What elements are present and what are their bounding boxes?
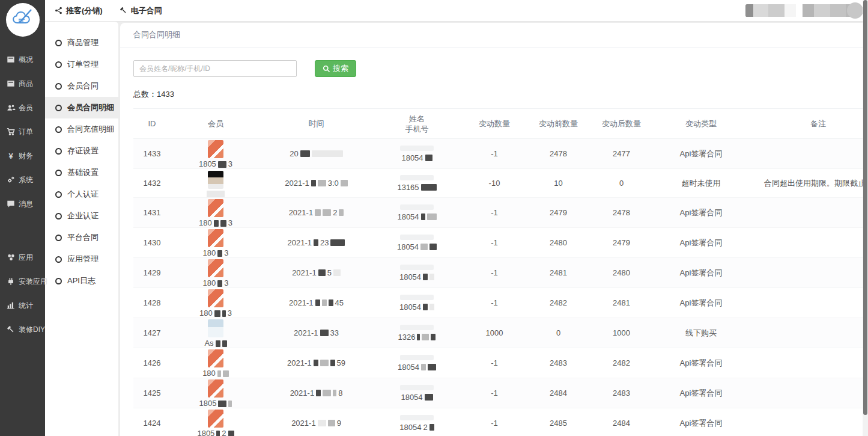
text-fragment: 2021-1: [288, 239, 312, 247]
menu-item-订单管理[interactable]: 订单管理: [45, 54, 118, 75]
cell-before-qty: 2485: [527, 408, 590, 436]
scrollbar-thumb[interactable]: [863, 0, 867, 415]
redaction-block: [318, 180, 326, 186]
cell-member: [171, 169, 261, 198]
logo[interactable]: [0, 0, 45, 40]
topbar-tab-label: 电子合同: [131, 5, 162, 16]
sidebar-item-应用[interactable]: 应用: [0, 245, 45, 269]
redaction-block: [320, 330, 329, 336]
text-fragment: 2021-1: [292, 269, 316, 277]
text-fragment: 2021-1: [287, 359, 311, 367]
text-fragment: 3: [228, 309, 232, 318]
column-header: 变动后数量: [590, 109, 653, 139]
cell-time: 2021-145: [261, 288, 372, 318]
text-fragment: 180: [202, 369, 216, 378]
menu-item-平台合同[interactable]: 平台合同: [45, 227, 118, 248]
cell-name-phone: 18054: [372, 348, 462, 378]
text-fragment: 180: [203, 279, 216, 287]
menu-item-商品管理[interactable]: 商品管理: [45, 32, 118, 54]
gavel-icon: [120, 7, 128, 15]
redaction-block: [429, 244, 437, 250]
menu-item-会员合同[interactable]: 会员合同: [45, 75, 118, 97]
total-label: 总数：: [133, 90, 157, 99]
text-fragment: 23: [320, 239, 329, 247]
menu-item-存证设置[interactable]: 存证设置: [45, 140, 118, 162]
cell-change-type: 超时未使用: [653, 169, 749, 198]
redacted-name: [400, 325, 434, 330]
redacted-name: [400, 355, 434, 360]
redaction-block: [431, 334, 436, 340]
member-avatar: [208, 289, 223, 307]
member-avatar: [208, 259, 223, 277]
redaction-block: [218, 161, 226, 168]
cell-id: 1431: [133, 198, 171, 228]
cart-icon: [6, 127, 16, 137]
cell-change-type: Api签署合同: [653, 408, 749, 436]
cell-change-qty: -1: [462, 348, 527, 378]
sidebar-item-消息[interactable]: 消息: [0, 192, 45, 216]
search-button[interactable]: 搜索: [315, 60, 356, 77]
text-fragment: 59: [337, 359, 345, 367]
sidebar-item-装修DIY[interactable]: 装修DIY: [0, 318, 45, 342]
redaction-block: [318, 420, 326, 426]
search-icon: [323, 65, 330, 73]
menu-item-企业认证[interactable]: 企业认证: [45, 205, 118, 227]
text-fragment: 13165: [397, 183, 419, 192]
menu-item-会员合同明细[interactable]: 会员合同明细: [45, 97, 118, 118]
redaction-block: [228, 431, 234, 436]
topbar: 推客(分销)电子合同: [45, 0, 868, 22]
cell-name-phone: 18054: [372, 198, 462, 228]
topbar-tab-推客(分销)[interactable]: 推客(分销): [55, 5, 103, 16]
sidebar-item-会员[interactable]: 会员: [0, 96, 45, 120]
sidebar-item-系统[interactable]: 系统: [0, 168, 45, 192]
cell-remark: [749, 198, 868, 228]
cell-remark: [749, 288, 868, 318]
sidebar-item-label: 概况: [19, 55, 33, 65]
search-input[interactable]: [133, 60, 297, 77]
circle-icon: [55, 61, 62, 68]
redaction-block: [217, 280, 222, 287]
table-body: 1433180532018054-124782477Api签署合同1432202…: [133, 139, 868, 436]
redacted-name: [400, 204, 434, 210]
redacted-name: [400, 265, 434, 270]
cell-before-qty: 2484: [527, 378, 590, 408]
text-fragment: 1326: [398, 333, 416, 342]
overview-icon: [6, 55, 16, 64]
topbar-tab-电子合同[interactable]: 电子合同: [120, 5, 162, 16]
cell-before-qty: 2483: [527, 348, 590, 378]
cell-id: 1433: [133, 139, 171, 169]
text-fragment: 2021-1: [291, 419, 315, 428]
menu-item-个人认证[interactable]: 个人认证: [45, 183, 118, 205]
cell-change-type: Api签署合同: [653, 288, 749, 318]
cell-name-phone: 13165: [372, 169, 462, 198]
right-column: 推客(分销)电子合同 商品管理订单管理会员合同会员合同明细合同充值明细存证设置基…: [45, 0, 868, 436]
menu-item-应用管理[interactable]: 应用管理: [45, 248, 118, 270]
redaction-block: [323, 209, 331, 216]
cell-change-qty: -1: [462, 198, 527, 228]
redacted-name: [400, 415, 434, 420]
menu-item-合同充值明细[interactable]: 合同充值明细: [45, 118, 118, 140]
cell-id: 1428: [133, 288, 171, 318]
body-area: 商品管理订单管理会员合同会员合同明细合同充值明细存证设置基础设置个人认证企业认证…: [45, 22, 868, 436]
redaction-block: [429, 274, 434, 280]
sidebar-item-商品[interactable]: 商品: [0, 72, 45, 96]
cell-id: 1427: [133, 318, 171, 348]
redaction-block: [315, 299, 320, 306]
sidebar-item-订单[interactable]: 订单: [0, 120, 45, 144]
cell-id: 1426: [133, 348, 171, 378]
redacted-user-info[interactable]: [745, 4, 860, 17]
cell-change-type: Api签署合同: [653, 198, 749, 228]
member-avatar: [208, 349, 223, 367]
column-header: 会员: [171, 109, 261, 139]
sidebar-item-安装应用[interactable]: 安装应用: [0, 269, 45, 293]
text-fragment: 18054: [401, 154, 423, 162]
member-avatar: [208, 379, 223, 398]
sidebar-item-概况[interactable]: 概况: [0, 48, 45, 72]
menu-item-API日志[interactable]: API日志: [45, 270, 118, 292]
sidebar-item-财务[interactable]: ¥财务: [0, 144, 45, 168]
redaction-block: [420, 244, 428, 250]
scrollbar-track[interactable]: [863, 0, 868, 436]
menu-item-基础设置[interactable]: 基础设置: [45, 162, 118, 183]
secondary-menu: 商品管理订单管理会员合同会员合同明细合同充值明细存证设置基础设置个人认证企业认证…: [45, 22, 118, 436]
sidebar-item-统计[interactable]: 统计: [0, 293, 45, 318]
